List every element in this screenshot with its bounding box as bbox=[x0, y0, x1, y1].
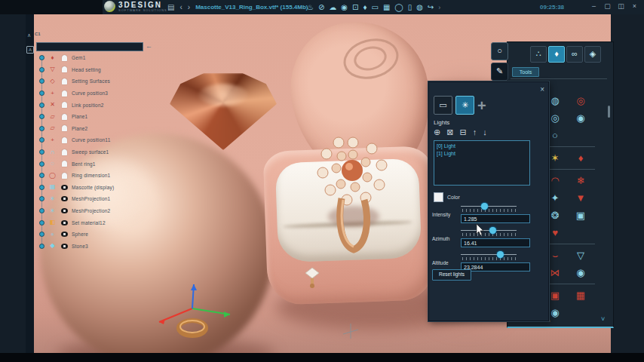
tree-node[interactable]: ◧ Set material12 bbox=[36, 216, 149, 229]
rail-collapse-icon[interactable]: ∧ bbox=[27, 32, 31, 38]
visibility-toggle[interactable] bbox=[60, 137, 68, 143]
grid-pattern-icon[interactable]: ▦ bbox=[568, 287, 593, 304]
visibility-toggle[interactable] bbox=[60, 66, 68, 72]
delete-light-button[interactable]: ⊠ bbox=[446, 127, 453, 137]
halo-ring-object[interactable] bbox=[311, 126, 394, 262]
visibility-toggle[interactable] bbox=[60, 220, 68, 225]
add-tab-button[interactable]: + bbox=[477, 98, 486, 113]
gem-icon[interactable]: ♦ bbox=[363, 1, 366, 14]
slider-value-input[interactable] bbox=[461, 238, 530, 247]
diamond-trio-icon[interactable]: ♦ bbox=[568, 149, 593, 167]
grid-icon[interactable]: ▦ bbox=[383, 1, 390, 14]
visibility-toggle[interactable] bbox=[60, 185, 68, 190]
transform-gizmo[interactable] bbox=[155, 283, 238, 343]
ring-icon[interactable]: ◯ bbox=[395, 1, 403, 14]
clear-lights-button[interactable]: ⊟ bbox=[459, 127, 466, 137]
slider-track[interactable] bbox=[461, 227, 517, 236]
tree-node[interactable]: ♦ Gem1 bbox=[36, 52, 149, 64]
visibility-toggle[interactable] bbox=[60, 125, 68, 131]
ring-tools-tab[interactable]: ○ bbox=[491, 42, 508, 60]
tree-node[interactable]: ✳ MeshProjection2 bbox=[36, 205, 149, 217]
slider-track[interactable] bbox=[461, 203, 517, 212]
visibility-icon[interactable]: ◉ bbox=[341, 1, 348, 14]
visibility-toggle[interactable] bbox=[60, 208, 68, 213]
toolbar-scroll-right[interactable]: › bbox=[438, 4, 440, 11]
visibility-toggle[interactable] bbox=[60, 232, 68, 237]
library-scrollbar[interactable] bbox=[608, 106, 610, 118]
visibility-toggle[interactable] bbox=[60, 90, 68, 97]
move-down-button[interactable]: ↓ bbox=[483, 127, 487, 137]
ring-gem-icon[interactable]: ◉ bbox=[568, 264, 593, 281]
tree-node[interactable]: ◆ Stone3 bbox=[36, 241, 149, 253]
gem-box-icon[interactable]: ▣ bbox=[568, 207, 593, 224]
visibility-toggle[interactable] bbox=[60, 196, 68, 201]
screen-tab[interactable]: ▭ bbox=[434, 96, 452, 115]
tree-node[interactable]: ▽ Head setting bbox=[36, 64, 149, 76]
tree-node[interactable]: ● Sphere bbox=[36, 229, 149, 241]
snap-icon[interactable]: ⊡ bbox=[352, 1, 358, 14]
reset-lights-button[interactable]: Reset lights bbox=[432, 269, 471, 281]
gem-snowflake-icon[interactable]: ❄ bbox=[568, 172, 593, 189]
minimize-button[interactable]: – bbox=[589, 2, 599, 11]
scroll-down-chevron[interactable]: ˅ bbox=[601, 315, 605, 323]
move-up-button[interactable]: ↑ bbox=[473, 127, 477, 137]
slider-track[interactable] bbox=[461, 251, 517, 260]
visibility-toggle[interactable] bbox=[60, 244, 68, 249]
panel-icon[interactable]: ▯ bbox=[408, 1, 412, 14]
lights-list[interactable]: [0] Light [1] Light bbox=[434, 140, 530, 186]
slider-handle[interactable] bbox=[497, 251, 504, 258]
gems-tab[interactable]: ♦ bbox=[548, 46, 565, 63]
stud-diamond-object[interactable] bbox=[304, 266, 320, 289]
tree-node[interactable]: ◯ Ring dimension1 bbox=[36, 170, 149, 182]
gem-drop-icon[interactable]: ▼ bbox=[568, 189, 593, 207]
add-light-button[interactable]: ⊕ bbox=[434, 127, 440, 137]
visibility-toggle[interactable] bbox=[60, 55, 68, 61]
close-icon[interactable]: × bbox=[540, 85, 544, 94]
slider-handle[interactable] bbox=[481, 203, 488, 210]
tree-collapse-arrow[interactable]: ← bbox=[146, 42, 152, 50]
visibility-toggle[interactable] bbox=[60, 149, 68, 155]
back-button[interactable]: ‹ bbox=[179, 0, 182, 14]
toolbar-scroll-left[interactable]: ‹ bbox=[300, 4, 302, 11]
ring-coil-icon[interactable]: ◎ bbox=[568, 92, 593, 109]
tree-node[interactable]: ✳ MeshProjection1 bbox=[36, 193, 149, 205]
save-icon[interactable]: ▤ bbox=[167, 0, 174, 14]
tools-tab[interactable]: Tools bbox=[512, 67, 539, 77]
keyboard-icon[interactable]: ▭ bbox=[372, 1, 379, 14]
tree-node[interactable]: ∩ Sweep surface1 bbox=[36, 146, 149, 158]
forward-button[interactable]: › bbox=[188, 0, 190, 14]
color-swatch[interactable] bbox=[434, 192, 443, 202]
tree-node[interactable]: ◌ Bent ring1 bbox=[36, 158, 149, 170]
tree-header-bar[interactable] bbox=[36, 42, 143, 51]
rings-tab[interactable]: ∞ bbox=[566, 46, 583, 63]
light-list-item[interactable]: [0] Light bbox=[437, 143, 527, 150]
tree-node[interactable]: ▦ Mascotte (display) bbox=[36, 182, 149, 194]
sketch-pen-tab[interactable]: ✎ bbox=[491, 63, 508, 81]
light-tab[interactable]: ✳ bbox=[455, 96, 474, 115]
visibility-toggle[interactable] bbox=[60, 78, 68, 84]
tree-node[interactable]: + Curve position11 bbox=[36, 134, 149, 146]
rail-a-icon[interactable]: A bbox=[26, 46, 34, 54]
globe-icon[interactable]: ◍ bbox=[416, 1, 423, 14]
collections-tab[interactable]: ◈ bbox=[584, 46, 601, 63]
no-material-icon[interactable]: ⊘ bbox=[318, 1, 324, 14]
render-icon[interactable]: ♨ bbox=[307, 1, 314, 14]
tree-node[interactable]: ▱ Plane1 bbox=[36, 111, 149, 123]
beads-tab[interactable]: ∴ bbox=[530, 46, 547, 63]
ring-large-icon[interactable]: ◉ bbox=[568, 109, 593, 127]
visibility-toggle[interactable] bbox=[60, 161, 68, 167]
share-icon[interactable]: ↪ bbox=[428, 1, 434, 14]
visibility-toggle[interactable] bbox=[60, 173, 68, 179]
tree-node[interactable]: ◇ Setting Surfaces bbox=[36, 75, 149, 87]
tree-node[interactable]: ✕ Link position2 bbox=[36, 99, 149, 111]
maximize-button[interactable]: ▢ bbox=[603, 2, 612, 11]
tree-node[interactable]: + Curve position3 bbox=[36, 87, 149, 100]
visibility-toggle[interactable] bbox=[60, 102, 68, 108]
light-list-item[interactable]: [1] Light bbox=[437, 150, 527, 158]
pin-button[interactable]: ◫ bbox=[616, 2, 626, 11]
visibility-toggle[interactable] bbox=[60, 114, 68, 120]
goblet-setting-icon[interactable]: ▽ bbox=[568, 247, 593, 264]
tree-node[interactable]: ▱ Plane2 bbox=[36, 123, 149, 135]
close-button[interactable]: × bbox=[630, 2, 639, 11]
environment-icon[interactable]: ☁ bbox=[329, 1, 336, 14]
